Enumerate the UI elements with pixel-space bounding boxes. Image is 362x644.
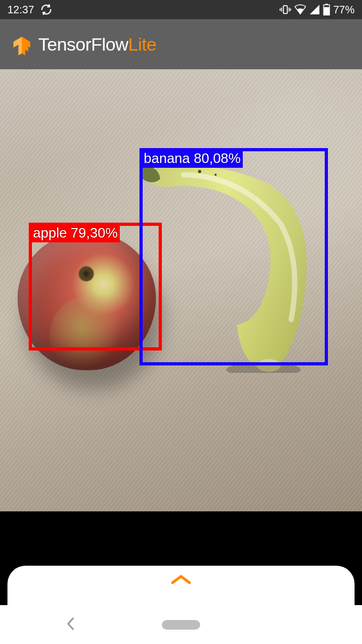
app-title-main: TensorFlow bbox=[38, 34, 128, 54]
svg-rect-0 bbox=[283, 6, 287, 14]
bottom-sheet-handle[interactable] bbox=[7, 566, 355, 605]
svg-marker-8 bbox=[13, 31, 22, 55]
app-logo: TensorFlowLite bbox=[10, 30, 157, 59]
detection-label-banana: banana 80,08% bbox=[142, 150, 243, 168]
cell-signal-icon bbox=[309, 4, 320, 15]
status-right: 77% bbox=[279, 4, 355, 16]
clock: 12:37 bbox=[7, 4, 34, 16]
svg-rect-7 bbox=[324, 7, 330, 15]
app-header: TensorFlowLite bbox=[0, 19, 362, 69]
battery-percent: 77% bbox=[333, 4, 355, 16]
detection-box-banana: banana 80,08% bbox=[139, 148, 328, 365]
chevron-up-icon bbox=[169, 573, 193, 588]
vibrate-icon bbox=[279, 4, 291, 15]
battery-icon bbox=[323, 4, 330, 15]
system-nav-bar bbox=[0, 605, 362, 644]
app-title: TensorFlowLite bbox=[38, 34, 157, 55]
detection-label-apple: apple 79,30% bbox=[31, 225, 120, 242]
nav-back-button[interactable] bbox=[65, 616, 77, 633]
app-title-accent: Lite bbox=[128, 34, 157, 54]
status-bar: 12:37 bbox=[0, 0, 362, 19]
tensorflow-logo-icon bbox=[10, 30, 34, 59]
status-left: 12:37 bbox=[7, 4, 52, 16]
camera-viewfinder[interactable]: apple 79,30% banana 80,08% bbox=[0, 69, 362, 511]
sync-icon bbox=[40, 4, 52, 15]
phone-screen: 12:37 bbox=[0, 0, 362, 644]
nav-home-pill[interactable] bbox=[162, 620, 200, 630]
wifi-icon bbox=[294, 4, 306, 15]
